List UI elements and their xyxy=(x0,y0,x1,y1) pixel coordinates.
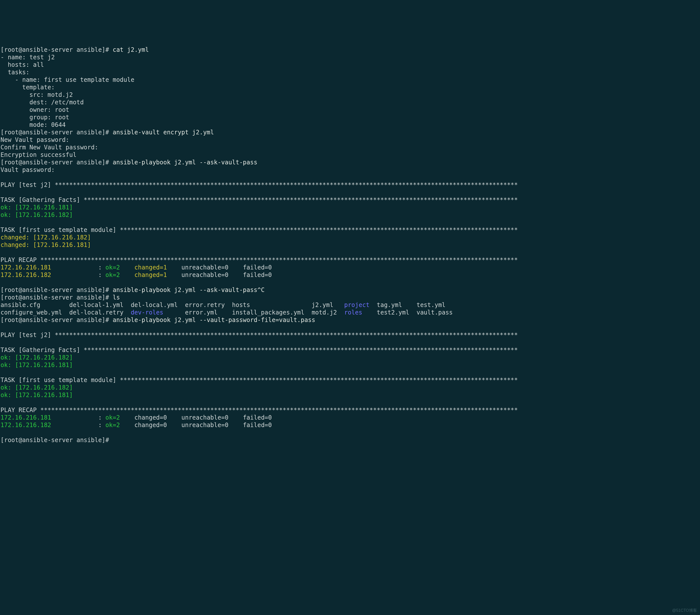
ok-host-line: ok: [172.16.216.182] xyxy=(0,384,73,391)
ok-host-line: ok: [172.16.216.181] xyxy=(0,361,73,369)
recap-failed: failed=0 xyxy=(239,422,283,428)
recap-colon: : xyxy=(98,422,105,428)
changed-host-line: changed: [172.16.216.182] xyxy=(0,234,91,241)
yaml-line: dest: /etc/motd xyxy=(0,99,84,106)
recap-colon: : xyxy=(98,264,105,271)
yaml-line: group: root xyxy=(0,114,69,121)
terminal[interactable]: [root@ansible-server ansible]# cat j2.ym… xyxy=(0,38,700,445)
recap-unreachable: unreachable=0 xyxy=(178,264,239,271)
vault-confirm-password-prompt: Confirm New Vault password: xyxy=(0,144,102,151)
task-template-header: TASK [first use template module] *******… xyxy=(0,376,518,384)
recap-changed: changed=1 xyxy=(131,271,178,279)
vault-encryption-successful: Encryption successful xyxy=(0,151,76,158)
recap-changed: changed=0 xyxy=(131,414,178,421)
prompt: [root@ansible-server ansible]# xyxy=(0,129,113,136)
play-header: PLAY [test j2] *************************… xyxy=(0,332,518,338)
recap-host: 172.16.216.182 xyxy=(0,271,51,279)
ls-output-line: ansible.cfg del-local-1.yml del-local.ym… xyxy=(0,302,344,308)
ls-output-line: error.yml install_packages.yml motd.j2 xyxy=(163,309,344,316)
ls-directory: project xyxy=(344,302,370,308)
task-template-header: TASK [first use template module] *******… xyxy=(0,227,518,233)
command-cancelled: ansible-playbook j2.yml --ask-vault-pass… xyxy=(113,286,265,294)
recap-host: 172.16.216.181 xyxy=(0,264,51,271)
recap-failed: failed=0 xyxy=(239,264,283,271)
ls-output-line: test2.yml vault.pass xyxy=(362,309,453,316)
prompt: [root@ansible-server ansible]# xyxy=(0,159,113,166)
yaml-line: - name: first use template module xyxy=(0,76,135,83)
prompt: [root@ansible-server ansible]# xyxy=(0,286,113,294)
recap-ok: ok=2 xyxy=(105,414,131,421)
recap-pad xyxy=(51,271,98,279)
command: ansible-playbook j2.yml --vault-password… xyxy=(113,317,315,323)
vault-new-password-prompt: New Vault password: xyxy=(0,136,73,143)
ok-host-line: ok: [172.16.216.182] xyxy=(0,212,73,218)
command: cat j2.yml xyxy=(113,46,149,53)
prompt: [root@ansible-server ansible]# xyxy=(0,317,113,323)
yaml-line: mode: 0644 xyxy=(0,121,66,128)
recap-ok: ok=2 xyxy=(105,422,131,428)
recap-failed: failed=0 xyxy=(239,414,283,421)
ls-directory: roles xyxy=(344,309,362,316)
recap-unreachable: unreachable=0 xyxy=(178,271,239,279)
ls-output-line: configure_web.yml del-local.retry xyxy=(0,309,131,316)
recap-failed: failed=0 xyxy=(239,271,283,279)
yaml-line: src: motd.j2 xyxy=(0,91,73,98)
yaml-line: hosts: all xyxy=(0,61,44,68)
command: ansible-vault encrypt j2.yml xyxy=(113,129,214,136)
command: ls xyxy=(113,294,120,301)
ok-host-line: ok: [172.16.216.181] xyxy=(0,392,73,399)
vault-password-prompt: Vault password: xyxy=(0,166,58,174)
recap-pad xyxy=(51,422,98,428)
recap-unreachable: unreachable=0 xyxy=(178,422,239,428)
task-gathering-facts-header: TASK [Gathering Facts] *****************… xyxy=(0,196,518,203)
recap-colon: : xyxy=(98,271,105,279)
recap-pad xyxy=(51,264,98,271)
recap-pad xyxy=(51,414,98,421)
yaml-line: - name: test j2 xyxy=(0,54,55,61)
play-header: PLAY [test j2] *************************… xyxy=(0,181,518,189)
yaml-line: template: xyxy=(0,84,55,91)
recap-ok: ok=2 xyxy=(105,264,131,271)
recap-host: 172.16.216.181 xyxy=(0,414,51,421)
yaml-line: owner: root xyxy=(0,106,69,113)
recap-ok: ok=2 xyxy=(105,271,131,279)
task-gathering-facts-header: TASK [Gathering Facts] *****************… xyxy=(0,347,518,354)
prompt: [root@ansible-server ansible]# xyxy=(0,294,113,301)
changed-host-line: changed: [172.16.216.181] xyxy=(0,241,91,248)
ls-output-line: tag.yml test.yml xyxy=(370,302,446,308)
recap-host: 172.16.216.182 xyxy=(0,422,51,428)
recap-unreachable: unreachable=0 xyxy=(178,414,239,421)
play-recap-header: PLAY RECAP *****************************… xyxy=(0,407,518,413)
watermark: @51CTO博客 xyxy=(672,608,697,613)
prompt: [root@ansible-server ansible]# xyxy=(0,437,113,444)
ok-host-line: ok: [172.16.216.182] xyxy=(0,354,73,361)
ls-directory: dev-roles xyxy=(131,309,163,316)
command: ansible-playbook j2.yml --ask-vault-pass xyxy=(113,159,258,166)
yaml-line: tasks: xyxy=(0,69,29,76)
prompt: [root@ansible-server ansible]# xyxy=(0,46,113,53)
play-recap-header: PLAY RECAP *****************************… xyxy=(0,256,518,264)
recap-changed: changed=0 xyxy=(131,422,178,428)
recap-changed: changed=1 xyxy=(131,264,178,271)
recap-colon: : xyxy=(98,414,105,421)
ok-host-line: ok: [172.16.216.181] xyxy=(0,204,73,211)
